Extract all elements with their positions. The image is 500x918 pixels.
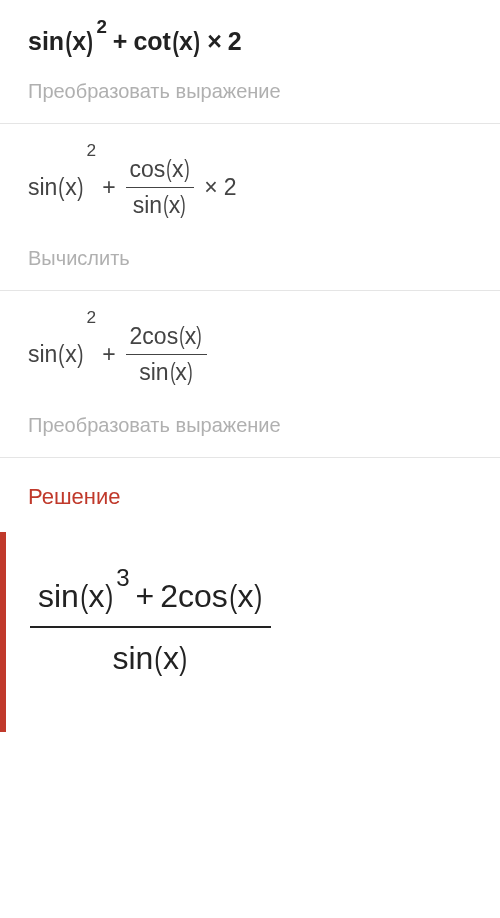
numerator: sin ( x ) 3 + 2 cos ( x ) (30, 566, 271, 626)
step-2-expression: sin ( x ) 2 + cos ( x ) sin ( x ) × 2 (28, 152, 480, 223)
num-2: 2 (224, 176, 237, 199)
exponent-2: 2 (87, 309, 97, 326)
solution-label: Решение (0, 484, 500, 510)
solution-section: Решение sin ( x ) 3 + 2 cos ( x ) (0, 458, 500, 732)
exponent-3: 3 (116, 566, 129, 590)
fn-sin: sin (133, 194, 162, 217)
denominator: sin ( x ) (135, 355, 197, 390)
paren-right: ) (180, 194, 185, 217)
var-x: x (71, 29, 87, 54)
paren-left: ( (179, 325, 184, 348)
paren-left: ( (66, 28, 72, 56)
paren-right: ) (87, 28, 93, 56)
var-x: x (237, 580, 255, 612)
paren-left: ( (172, 28, 178, 56)
numerator: 2 cos ( x ) (126, 319, 207, 354)
exponent-2: 2 (96, 18, 106, 37)
paren-right: ) (184, 158, 189, 181)
paren-right: ) (105, 580, 113, 612)
op-plus: + (96, 176, 121, 199)
paren-left: ( (80, 580, 88, 612)
step-1-hint: Преобразовать выражение (28, 80, 480, 103)
denominator: sin ( x ) (129, 188, 191, 223)
solution-box[interactable]: sin ( x ) 3 + 2 cos ( x ) sin ( x (0, 532, 500, 732)
solution-expression: sin ( x ) 3 + 2 cos ( x ) sin ( x (26, 566, 484, 688)
step-3-hint: Преобразовать выражение (28, 414, 480, 437)
fn-cos: cos (178, 580, 228, 612)
paren-left: ( (163, 194, 168, 217)
fraction: cos ( x ) sin ( x ) (126, 152, 195, 223)
num-2: 2 (228, 29, 242, 54)
op-mult: × (198, 176, 223, 199)
fn-sin: sin (139, 361, 168, 384)
num-2: 2 (160, 580, 178, 612)
fn-sin: sin (112, 642, 153, 674)
step-1-expression: sin ( x ) 2 + cot ( x ) × 2 (28, 28, 480, 56)
fn-sin: sin (28, 176, 57, 199)
fn-cot: cot (133, 29, 171, 54)
paren-left: ( (170, 361, 175, 384)
fraction: 2 cos ( x ) sin ( x ) (126, 319, 207, 390)
paren-left: ( (229, 580, 237, 612)
var-x: x (64, 343, 78, 366)
fn-cos: cos (142, 325, 178, 348)
paren-left: ( (59, 174, 65, 200)
step-2[interactable]: sin ( x ) 2 + cos ( x ) sin ( x ) × 2 Вы… (0, 124, 500, 291)
denominator: sin ( x ) (104, 628, 196, 688)
exponent-2: 2 (87, 142, 97, 159)
var-x: x (178, 29, 194, 54)
var-x: x (162, 642, 180, 674)
paren-left: ( (167, 158, 172, 181)
fn-sin: sin (28, 343, 57, 366)
step-3-expression: sin ( x ) 2 + 2 cos ( x ) sin ( x ) (28, 319, 480, 390)
var-x: x (174, 361, 188, 384)
paren-right: ) (179, 642, 187, 674)
paren-right: ) (77, 341, 83, 367)
fn-cos: cos (130, 158, 166, 181)
op-plus: + (96, 343, 121, 366)
var-x: x (88, 580, 106, 612)
paren-left: ( (155, 642, 163, 674)
var-x: x (64, 176, 78, 199)
fn-sin: sin (38, 580, 79, 612)
paren-right: ) (77, 174, 83, 200)
paren-right: ) (193, 28, 199, 56)
numerator: cos ( x ) (126, 152, 195, 187)
op-plus: + (130, 580, 161, 612)
op-plus: + (107, 29, 134, 54)
paren-right: ) (254, 580, 262, 612)
step-2-hint: Вычислить (28, 247, 480, 270)
op-mult: × (201, 29, 228, 54)
fraction: sin ( x ) 3 + 2 cos ( x ) sin ( x (30, 566, 271, 688)
paren-right: ) (196, 325, 201, 348)
paren-left: ( (59, 341, 65, 367)
step-1[interactable]: sin ( x ) 2 + cot ( x ) × 2 Преобразоват… (0, 0, 500, 124)
paren-right: ) (187, 361, 192, 384)
step-3[interactable]: sin ( x ) 2 + 2 cos ( x ) sin ( x ) Прео… (0, 291, 500, 458)
fn-sin: sin (28, 29, 64, 54)
var-x: x (171, 158, 185, 181)
num-2: 2 (130, 325, 143, 348)
